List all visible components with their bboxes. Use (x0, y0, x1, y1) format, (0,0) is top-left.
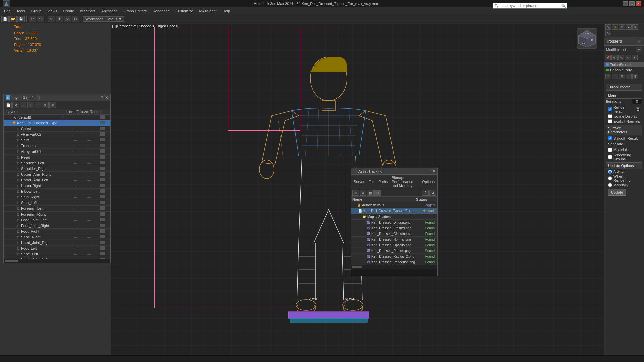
stack-delete-btn[interactable]: 🗑 (632, 74, 638, 79)
explicit-check[interactable] (608, 119, 612, 123)
stack-down-btn[interactable]: ↓ (626, 74, 632, 79)
asset-row-vault[interactable]: 🔒 Autodesk Vault Logged (351, 202, 437, 208)
layers-move-down-btn[interactable]: ↓ (35, 102, 41, 108)
workspace-dropdown[interactable]: Workspace: Default ▼ (83, 16, 124, 22)
rp-icon-modify[interactable]: ⚡ (612, 24, 618, 30)
asset-row-reflection[interactable]: 🖼 Ken_Dressed_Reflection.png Found (351, 259, 437, 265)
layers-close-button[interactable]: ✕ (105, 95, 108, 100)
layer-row-shin-right[interactable]: ◻ Shin_Right — — (4, 194, 110, 200)
rp-icon-display[interactable]: 👁 (632, 24, 638, 30)
asset-row-radius-2[interactable]: 🖼 Ken_Dressed_Radius_2.png Found (351, 254, 437, 259)
tools-icon-btn[interactable]: 🔨 (618, 55, 624, 60)
layer-row-foot-joint-right[interactable]: ◻ Foot_Joint_Right — — (4, 223, 110, 229)
smooth-result-check[interactable] (608, 136, 612, 140)
asset-input-bar[interactable] (351, 269, 437, 276)
modifier-turbosmooth[interactable]: TurboSmooth (604, 62, 644, 67)
select-icon-btn[interactable]: ↖ (625, 55, 631, 60)
layers-select-btn[interactable]: ↖ (42, 102, 49, 108)
layers-scrollbar[interactable] (4, 259, 110, 263)
materials-check[interactable] (608, 148, 612, 152)
rp-icon-utilities[interactable]: 🔨 (605, 31, 611, 36)
maximize-button[interactable]: □ (629, 1, 635, 6)
asset-tool-3[interactable]: ▦ (367, 190, 374, 196)
asset-row-normal[interactable]: 🖼 Ken_Dressed_Normal.png Found (351, 237, 437, 242)
layer-row-head[interactable]: ◻ Head — — (4, 155, 110, 160)
stack-show-btn[interactable]: ⊞ (619, 74, 625, 79)
close-button[interactable]: ✕ (636, 1, 641, 6)
asset-row-opacity[interactable]: 🖼 Ken_Dressed_Opacity.png Found (351, 242, 437, 248)
asset-row-radius[interactable]: 🖼 Ken_Dressed_Radius.png Found (351, 248, 437, 254)
menu-graph-editors[interactable]: Graph Editors (121, 8, 149, 14)
menu-edit[interactable]: Edit (1, 8, 13, 14)
layers-merge-btn[interactable]: ⊞ (49, 102, 56, 108)
iterations-input[interactable] (632, 99, 642, 104)
layer-row-default[interactable]: ☰ 0 (default) ✓ — — (4, 115, 110, 120)
open-btn[interactable]: 📂 (9, 16, 17, 22)
stack-top-btn[interactable]: ⊤ (605, 74, 611, 79)
asset-row-diffuse[interactable]: 🖼 Ken_Dressed_Diffuse.png Found (351, 220, 437, 225)
asset-menu-paths[interactable]: Paths (377, 179, 389, 184)
asset-row-maps-folder[interactable]: 📁 Maps / Shaders (351, 214, 437, 220)
asset-list[interactable]: 🔒 Autodesk Vault Logged 📄 Ken_Doll_Dress… (351, 202, 437, 265)
layers-move-up-btn[interactable]: ↑ (27, 102, 34, 108)
layer-row-upper-arm-right[interactable]: ◻ Upper_Arm_Right — — (4, 172, 110, 177)
layers-add-btn[interactable]: + (20, 102, 26, 108)
minimize-button[interactable]: ─ (623, 1, 628, 6)
layer-row-foot-right[interactable]: ◻ Foot_Right — — (4, 229, 110, 234)
update-button[interactable]: Update (608, 189, 626, 196)
move-btn[interactable]: ✛ (56, 16, 63, 22)
render-iters-input[interactable] (636, 107, 640, 111)
layer-row-foot-joint-left[interactable]: ◻ Foot_Joint_Left — — (4, 217, 110, 223)
layer-row-shoulder-left[interactable]: ◻ Shoulder_Left — — (4, 160, 110, 166)
layer-row-shoulder-right[interactable]: ◻ Shoulder_Right — — (4, 166, 110, 172)
layer-row-vrayfur001[interactable]: ◻ vRayFur001 — — (4, 149, 110, 155)
asset-minimize-btn[interactable]: ─ (425, 169, 428, 173)
asset-tool-2[interactable]: ≡ (360, 190, 366, 196)
asset-settings-btn[interactable]: ⚙ (429, 190, 436, 196)
layers-new-btn[interactable]: 📄 (5, 102, 12, 108)
navigation-cube[interactable]: TOP R FR (575, 27, 599, 50)
asset-menu-bitmap[interactable]: Bitmap Performance and Memory (390, 175, 419, 188)
layer-row-upper-arm-left[interactable]: ◻ Upper_Arm_Left — — (4, 177, 110, 183)
rotate-btn[interactable]: ↻ (64, 16, 71, 22)
asset-menu-file[interactable]: File (367, 179, 376, 184)
layer-row-upper-right[interactable]: ◻ Upper Right — — (4, 183, 110, 189)
layer-row-shirt[interactable]: ◻ Shirt — — (4, 137, 110, 143)
redo-btn[interactable]: ↪ (37, 16, 44, 22)
search-input[interactable] (493, 4, 560, 8)
rp-dropdown-icon[interactable]: ▼ (636, 39, 642, 44)
render-iters-check[interactable] (608, 107, 612, 111)
menu-views[interactable]: Views (45, 8, 60, 14)
new-btn[interactable]: 📄 (1, 16, 9, 22)
layer-row-foot-left[interactable]: ◻ Foot_Left — — (4, 246, 110, 251)
asset-help-btn[interactable]: ? (422, 190, 429, 196)
asset-menu-options[interactable]: Options (421, 179, 436, 184)
app-icon[interactable] (3, 0, 10, 7)
modifier-editable-poly[interactable]: Editable Poly (604, 67, 644, 73)
asset-row-glossiness[interactable]: 🖼 Ken_Dressed_Glossiness.png Found (351, 231, 437, 237)
menu-tools[interactable]: Tools (14, 8, 28, 14)
layers-help-button[interactable]: ? (101, 95, 103, 100)
layer-row-shin-left[interactable]: ◻ Shin_Left — — (4, 200, 110, 206)
modifier-list-dropdown[interactable]: ▼ (636, 47, 642, 52)
stack-up-btn[interactable]: ↑ (612, 74, 618, 79)
asset-close-btn[interactable]: ✕ (432, 169, 435, 173)
layer-row-vrayfur002[interactable]: ◻ vRayFur002 — — (4, 132, 110, 137)
menu-animation[interactable]: Animation (99, 8, 120, 14)
rp-icon-motion[interactable]: ▶ (626, 24, 632, 30)
asset-menu-server[interactable]: Server (352, 179, 366, 184)
manually-radio[interactable] (608, 183, 612, 187)
menu-group[interactable]: Group (29, 8, 44, 14)
smoothing-check[interactable] (608, 155, 612, 159)
menu-customize[interactable]: Customize (173, 8, 196, 14)
asset-row-max-file[interactable]: 📄 Ken_Doll_Dressed_T-pose_Fur_max_vray.m… (351, 208, 437, 214)
save-btn[interactable]: 💾 (17, 16, 25, 22)
asset-tool-1[interactable]: ⊞ (352, 190, 359, 196)
menu-modifiers[interactable]: Modifiers (77, 8, 98, 14)
when-rendering-radio[interactable] (608, 176, 612, 180)
always-radio[interactable] (608, 170, 612, 174)
layer-row-hand-joint-right[interactable]: ◻ Hand_Joint_Right — — (4, 240, 110, 246)
layer-row-chest[interactable]: ◻ Chest — — (4, 126, 110, 132)
layer-row-shoe-right[interactable]: ◻ Shoe_Right — — (4, 234, 110, 240)
layer-row-elbow-left[interactable]: ◻ Elbow_Left — — (4, 189, 110, 194)
